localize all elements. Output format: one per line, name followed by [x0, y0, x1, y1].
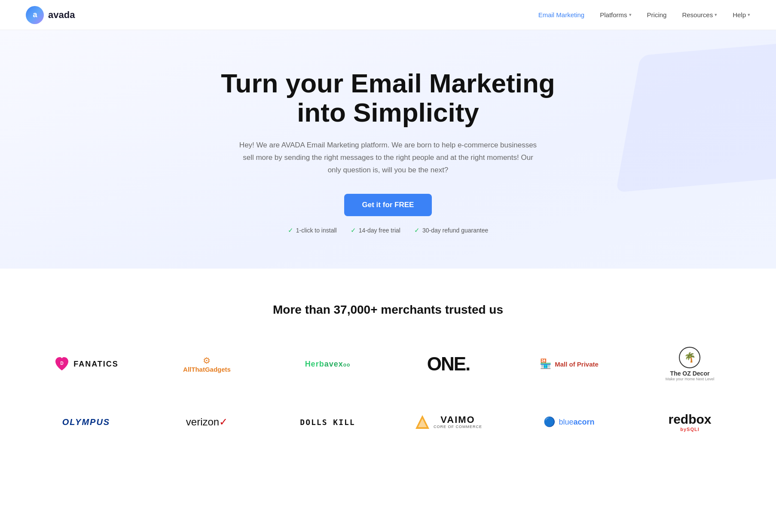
hero-subtitle: Hey! We are AVADA Email Marketing platfo…: [238, 139, 538, 177]
hero-title: Turn your Email Marketing into Simplicit…: [195, 69, 581, 127]
brand-verizon: verizon✓: [147, 403, 267, 441]
brand-mall-of-private: 🏪 Mall of Private: [509, 345, 629, 383]
brand-olympus: OLYMPUS: [26, 403, 147, 441]
nav-help[interactable]: Help ▾: [733, 11, 750, 18]
brand-herbavex: Herbavexoo: [267, 345, 388, 383]
brand-all-gadgets: ⚙ AllThatGadgets: [147, 345, 267, 383]
check-icon: ✓: [288, 226, 293, 234]
nav-pricing[interactable]: Pricing: [647, 11, 667, 18]
brand-fanatics: D FANATICS: [26, 345, 147, 383]
navigation: a avada Email Marketing Platforms ▾ Pric…: [0, 0, 776, 30]
check-icon: ✓: [414, 226, 420, 234]
vaimo-icon: [415, 414, 430, 430]
chevron-down-icon: ▾: [629, 12, 632, 18]
brand-oz-decor: 🌴 The OZ Decor Make your Home Next Level: [629, 338, 750, 390]
svg-text:D: D: [61, 361, 64, 366]
brand-logo-row-2: OLYMPUS verizon✓ DOLLS KILL VAIMO CORE O…: [26, 403, 750, 441]
cta-button[interactable]: Get it for FREE: [344, 194, 432, 216]
badge-trial: ✓ 14-day free trial: [351, 226, 400, 234]
logo-text: avada: [48, 9, 75, 21]
brand-redbox: redbox bySQLI: [629, 403, 750, 441]
fanatics-icon: D: [54, 356, 70, 372]
trust-title: More than 37,000+ merchants trusted us: [26, 303, 750, 317]
logo-icon: a: [26, 6, 44, 24]
hero-section: Turn your Email Marketing into Simplicit…: [0, 30, 776, 269]
logo-letter: a: [33, 10, 37, 19]
brand-logo-row-1: D FANATICS ⚙ AllThatGadgets Herbavexoo O…: [26, 338, 750, 390]
check-icon: ✓: [351, 226, 356, 234]
logo[interactable]: a avada: [26, 6, 75, 24]
badge-refund: ✓ 30-day refund guarantee: [414, 226, 488, 234]
nav-resources[interactable]: Resources ▾: [682, 11, 717, 18]
mall-icon: 🏪: [540, 358, 551, 370]
trust-section: More than 37,000+ merchants trusted us D…: [0, 269, 776, 480]
chevron-down-icon: ▾: [715, 12, 717, 18]
brand-blueacorn: 🔵 blueacorn: [509, 403, 629, 441]
brand-dolls-kill: DOLLS KILL: [267, 403, 388, 441]
nav-email-marketing[interactable]: Email Marketing: [538, 11, 585, 18]
brand-vaimo: VAIMO CORE OF COMMERCE: [388, 403, 509, 441]
nav-links: Email Marketing Platforms ▾ Pricing Reso…: [538, 11, 750, 18]
chevron-down-icon: ▾: [748, 12, 750, 18]
blueacorn-icon: 🔵: [544, 416, 555, 428]
nav-platforms[interactable]: Platforms ▾: [600, 11, 631, 18]
hero-badges: ✓ 1-click to install ✓ 14-day free trial…: [17, 226, 759, 234]
brand-one: ONE.: [388, 345, 509, 383]
badge-install: ✓ 1-click to install: [288, 226, 337, 234]
